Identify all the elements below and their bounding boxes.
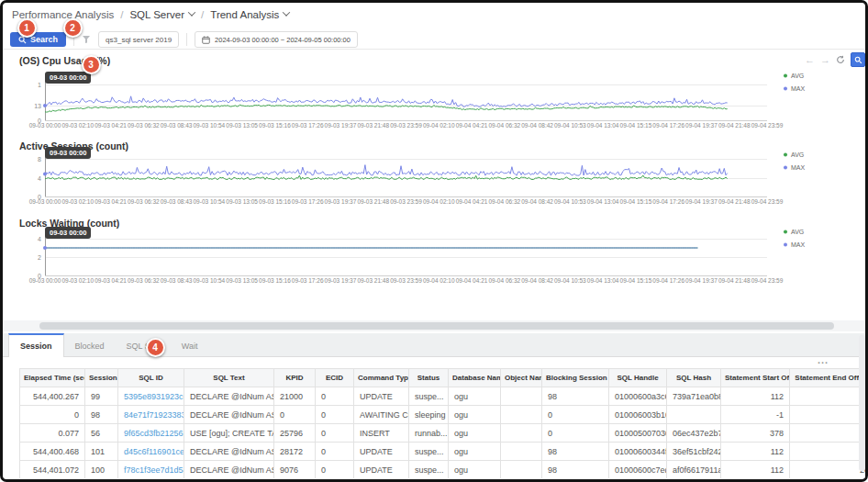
svg-text:09-04 21:48: 09-04 21:48 [718,122,751,129]
col-header-database-name[interactable]: Database Name [449,369,501,387]
col-header-elapsed-time-sec[interactable]: Elapsed Time (sec) [20,369,85,387]
session-table-wrap: Elapsed Time (sec)Session IDSQL IDSQL Te… [19,368,865,478]
table-row: 544,400.267995395e8931923c6...DECLARE @I… [20,387,866,406]
col-header-session-id[interactable]: Session ID [85,369,118,387]
table-cell: AWAITING COM... [354,406,409,424]
table-cell: suspe... [409,443,449,461]
table-cell: 0.077 [20,424,85,443]
legend-max[interactable]: MAX [791,241,806,248]
svg-text:09-03 10:54: 09-03 10:54 [194,277,226,284]
col-header-sql-handle[interactable]: SQL Handle [609,369,667,387]
svg-text:09-03 13:05: 09-03 13:05 [226,277,258,284]
table-cell: 98 [542,387,609,406]
app-window: Performance Analysis/SQL Server/Trend An… [0,0,868,482]
vertical-scrollbar[interactable] [859,335,865,471]
chevron-down-icon [188,8,195,16]
table-cell: -1 [721,406,790,424]
col-header-sql-hash[interactable]: SQL Hash [667,369,721,387]
table-cell: 06ec437e2b7fe... [667,424,721,443]
legend-max[interactable]: MAX [791,164,806,171]
col-header-status[interactable]: Status [409,369,449,387]
col-header-statement-end-offset[interactable]: Statement End Offset [790,369,866,387]
table-row: 0.077569f65cd3fb212562...USE [ogu]; CREA… [20,424,866,443]
table-cell: 20 [790,461,866,479]
col-header-ecid[interactable]: ECID [316,369,354,387]
table-cell: 56 [85,424,118,443]
sql-id-link[interactable]: f78c1f3ee7d1d54... [118,461,184,479]
breadcrumb-item-sql-server[interactable]: SQL Server [129,9,195,20]
svg-text:09-04 08:42: 09-04 08:42 [521,277,553,284]
svg-text:09-03 13:05: 09-03 13:05 [226,198,258,205]
svg-text:09-03 15:16: 09-03 15:16 [259,198,291,205]
refresh-icon[interactable] [836,55,845,64]
table-cell: UPDATE [354,387,409,406]
zoom-select-button[interactable] [851,52,865,67]
sql-id-link[interactable]: 9f65cd3fb212562... [118,424,184,443]
session-table: Elapsed Time (sec)Session IDSQL IDSQL Te… [19,368,865,478]
table-cell: DECLARE @IdNum AS INT SE... [184,443,274,461]
svg-text:09-04 15:15: 09-04 15:15 [620,198,652,205]
svg-text:09-04 17:26: 09-04 17:26 [652,122,684,129]
table-cell: af0f6617911a6... [667,461,721,479]
more-options-button[interactable]: ... [818,354,829,365]
legend-max[interactable]: MAX [791,85,806,92]
svg-text:09-04 23:59: 09-04 23:59 [751,277,784,284]
search-button[interactable]: Search [10,32,66,47]
breadcrumb: Performance Analysis/SQL Server/Trend An… [12,9,289,20]
svg-text:09-04 08:42: 09-04 08:42 [521,122,553,129]
svg-text:09-03 04:21: 09-03 04:21 [95,277,127,284]
svg-text:09-03 10:54: 09-03 10:54 [194,122,226,129]
table-cell: UPDATE [354,443,409,461]
legend-avg[interactable]: AVG [791,229,804,235]
col-header-object-name[interactable]: Object Name [501,369,542,387]
svg-text:8: 8 [38,156,41,163]
svg-text:09-04 06:32: 09-04 06:32 [488,198,520,205]
sql-id-link[interactable]: 84e71f71923383... [118,406,184,424]
filter-icon[interactable] [82,35,91,44]
sql-id-link[interactable]: d45c6f116901cef... [118,443,184,461]
svg-text:09-04 04:21: 09-04 04:21 [456,277,488,284]
col-header-kpid[interactable]: KPID [274,369,316,387]
col-header-statement-start-offset[interactable]: Statement Start Offset [721,369,790,387]
table-cell: INSERT [354,424,409,443]
date-range-picker[interactable]: 2024-09-03 00:00:00 ~ 2024-09-05 00:00:0… [195,31,358,48]
forward-arrow-icon[interactable]: → [820,55,830,65]
table-cell: 0 [316,443,354,461]
tab-wait[interactable]: Wait [171,333,209,356]
col-header-blocking-session-id[interactable]: Blocking Session ID [542,369,609,387]
server-selector[interactable]: qs3_sql server 2019 [98,31,179,48]
table-cell: ogu [449,387,501,406]
table-cell: 21000 [274,387,316,406]
annotation-badge-2: 2 [63,18,83,38]
svg-text:09-03 23:59: 09-03 23:59 [390,198,422,205]
svg-text:09-04 06:32: 09-04 06:32 [488,277,520,284]
chart-tooltip: 09-03 00:00 [45,72,91,84]
svg-text:09-03 04:21: 09-03 04:21 [95,122,127,129]
svg-text:09-04 13:04: 09-04 13:04 [587,122,619,129]
col-header-sql-text[interactable]: SQL Text [184,369,274,387]
svg-text:09-03 10:54: 09-03 10:54 [194,198,226,205]
col-header-command-type[interactable]: Command Type [354,369,409,387]
col-header-sql-id[interactable]: SQL ID [118,369,184,387]
tab-session[interactable]: Session [8,333,64,357]
breadcrumb-item-trend-analysis[interactable]: Trend Analysis [210,9,289,20]
back-arrow-icon[interactable]: ← [805,55,815,65]
legend-avg[interactable]: AVG [791,73,804,79]
svg-text:09-04 15:15: 09-04 15:15 [620,277,652,284]
series-max [45,165,728,176]
legend-avg[interactable]: AVG [791,151,804,158]
svg-text:09-03 19:37: 09-03 19:37 [325,198,357,205]
breadcrumb-separator: / [120,9,123,20]
table-header-row: Elapsed Time (sec)Session IDSQL IDSQL Te… [20,369,866,387]
svg-text:13: 13 [34,103,41,109]
date-range-value: 2024-09-03 00:00:00 ~ 2024-09-05 00:00:0… [215,36,351,44]
svg-text:09-04 23:59: 09-04 23:59 [751,122,784,129]
svg-text:09-03 08:43: 09-03 08:43 [161,198,193,205]
horizontal-scrollbar-thumb[interactable] [39,322,834,330]
table-cell: -1 [790,406,866,424]
table-cell [501,461,542,479]
sql-id-link[interactable]: 5395e8931923c6... [118,387,184,406]
table-cell: 48 [790,424,866,443]
svg-text:09-03 23:59: 09-03 23:59 [390,277,422,284]
tab-blocked[interactable]: Blocked [64,333,116,356]
